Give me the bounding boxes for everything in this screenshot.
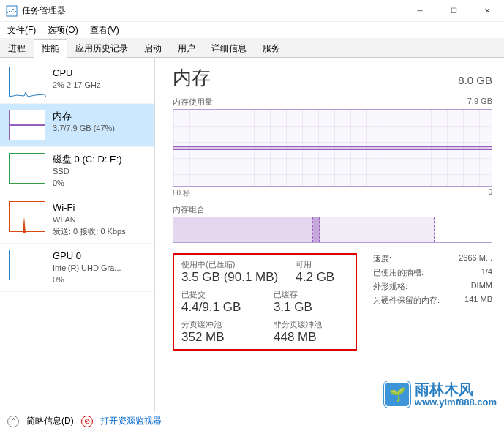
sidebar-sub: 2% 2.17 GHz xyxy=(53,80,100,91)
close-button[interactable]: ✕ xyxy=(470,0,504,22)
cpu-thumb-chart xyxy=(9,67,45,97)
stat-value: 4.4/9.1 GB xyxy=(181,300,256,315)
sidebar-sub2: 0% xyxy=(53,274,121,285)
tabstrip: 进程 性能 应用历史记录 启动 用户 详细信息 服务 xyxy=(0,38,504,58)
gpu-thumb-chart xyxy=(9,250,45,280)
stat-label: 可用 xyxy=(296,259,348,270)
sidebar-sub2: 发送: 0 接收: 0 Kbps xyxy=(53,226,126,237)
sidebar-item-disk[interactable]: 磁盘 0 (C: D: E:) SSD 0% xyxy=(0,147,154,195)
stats-highlighted: 使用中(已压缩)3.5 GB (90.1 MB) 可用4.2 GB 已提交4.4… xyxy=(173,253,357,351)
usage-chart[interactable] xyxy=(173,109,492,187)
detail-val: 1/4 xyxy=(481,267,492,278)
menubar: 文件(F) 选项(O) 查看(V) xyxy=(0,22,504,38)
usage-label: 内存使用量 xyxy=(173,97,213,108)
page-title: 内存 xyxy=(173,65,211,91)
stat-value: 3.1 GB xyxy=(274,300,348,315)
sidebar-label: GPU 0 xyxy=(53,250,121,263)
watermark-url: www.ylmf888.com xyxy=(415,397,497,408)
sidebar-sub: WLAN xyxy=(53,214,126,225)
sidebar: CPU 2% 2.17 GHz 内存 3.7/7.9 GB (47%) 磁盘 0… xyxy=(0,58,155,412)
menu-options[interactable]: 选项(O) xyxy=(43,23,82,38)
stat-label: 分页缓冲池 xyxy=(181,319,256,330)
sidebar-sub: Intel(R) UHD Gra... xyxy=(53,263,121,274)
stat-value: 4.2 GB xyxy=(296,270,348,285)
menu-file[interactable]: 文件(F) xyxy=(3,23,40,38)
detail-val: 2666 M... xyxy=(459,253,492,264)
detail-val: 141 MB xyxy=(464,295,492,306)
tab-details[interactable]: 详细信息 xyxy=(203,39,255,58)
tab-performance[interactable]: 性能 xyxy=(34,39,67,58)
detail-key: 外形规格: xyxy=(373,281,407,292)
sidebar-sub: 3.7/7.9 GB (47%) xyxy=(53,123,115,134)
watermark-text: 雨林木风 xyxy=(415,381,497,397)
stats-details: 速度:2666 M... 已使用的插槽:1/4 外形规格:DIMM 为硬件保留的… xyxy=(373,253,492,351)
sidebar-item-wifi[interactable]: Wi-Fi WLAN 发送: 0 接收: 0 Kbps xyxy=(0,195,154,244)
composition-chart[interactable] xyxy=(173,217,492,243)
x-axis-right: 0 xyxy=(488,188,492,198)
sidebar-sub2: 0% xyxy=(53,178,122,189)
stat-label: 使用中(已压缩) xyxy=(181,259,278,270)
open-resource-monitor-link[interactable]: 打开资源监视器 xyxy=(100,415,162,427)
disk-thumb-chart xyxy=(9,153,45,184)
watermark-logo-icon: 🌱 xyxy=(384,381,410,408)
sidebar-item-gpu[interactable]: GPU 0 Intel(R) UHD Gra... 0% xyxy=(0,244,154,292)
stat-label: 非分页缓冲池 xyxy=(274,319,348,330)
stat-label: 已缓存 xyxy=(274,289,348,300)
brief-info-link[interactable]: 简略信息(D) xyxy=(26,415,74,427)
tab-apphistory[interactable]: 应用历史记录 xyxy=(67,39,136,58)
detail-key: 速度: xyxy=(373,253,391,264)
sidebar-sub: SSD xyxy=(53,166,122,177)
window-controls: ─ ☐ ✕ xyxy=(403,0,504,22)
tab-processes[interactable]: 进程 xyxy=(0,39,34,58)
sidebar-label: CPU xyxy=(53,67,100,80)
tab-startup[interactable]: 启动 xyxy=(136,39,170,58)
maximize-button[interactable]: ☐ xyxy=(437,0,470,22)
memory-total: 8.0 GB xyxy=(458,74,492,86)
composition-label: 内存组合 xyxy=(173,204,492,215)
tab-users[interactable]: 用户 xyxy=(170,39,203,58)
watermark: 🌱 雨林木风 www.ylmf888.com xyxy=(384,381,497,408)
detail-key: 为硬件保留的内存: xyxy=(373,295,440,306)
stat-label: 已提交 xyxy=(181,289,256,300)
wifi-thumb-chart xyxy=(9,201,45,232)
usage-max: 7.9 GB xyxy=(467,97,492,108)
stat-value: 352 MB xyxy=(181,330,256,345)
sidebar-item-memory[interactable]: 内存 3.7/7.9 GB (47%) xyxy=(0,104,154,147)
sidebar-label: 内存 xyxy=(53,110,115,123)
window-title: 任务管理器 xyxy=(22,4,403,17)
minimize-button[interactable]: ─ xyxy=(403,0,437,22)
menu-view[interactable]: 查看(V) xyxy=(86,23,124,38)
sidebar-label: 磁盘 0 (C: D: E:) xyxy=(53,153,122,166)
detail-val: DIMM xyxy=(471,281,492,292)
memory-thumb-chart xyxy=(9,110,45,140)
tab-services[interactable]: 服务 xyxy=(255,39,288,58)
titlebar: 任务管理器 ─ ☐ ✕ xyxy=(0,0,504,22)
chevron-up-icon[interactable]: ˄ xyxy=(7,416,19,427)
stat-value: 448 MB xyxy=(274,330,348,345)
detail-key: 已使用的插槽: xyxy=(373,267,424,278)
stat-value: 3.5 GB (90.1 MB) xyxy=(181,270,278,285)
statusbar: ˄ 简略信息(D) ⊘ 打开资源监视器 xyxy=(0,411,504,431)
sidebar-item-cpu[interactable]: CPU 2% 2.17 GHz xyxy=(0,61,154,104)
main-panel: 内存 8.0 GB 内存使用量 7.9 GB 60 秒 0 内存组合 使用中(已… xyxy=(155,58,504,412)
x-axis-left: 60 秒 xyxy=(173,188,190,198)
no-entry-icon: ⊘ xyxy=(81,416,93,427)
app-icon xyxy=(6,5,18,17)
sidebar-label: Wi-Fi xyxy=(53,201,126,214)
